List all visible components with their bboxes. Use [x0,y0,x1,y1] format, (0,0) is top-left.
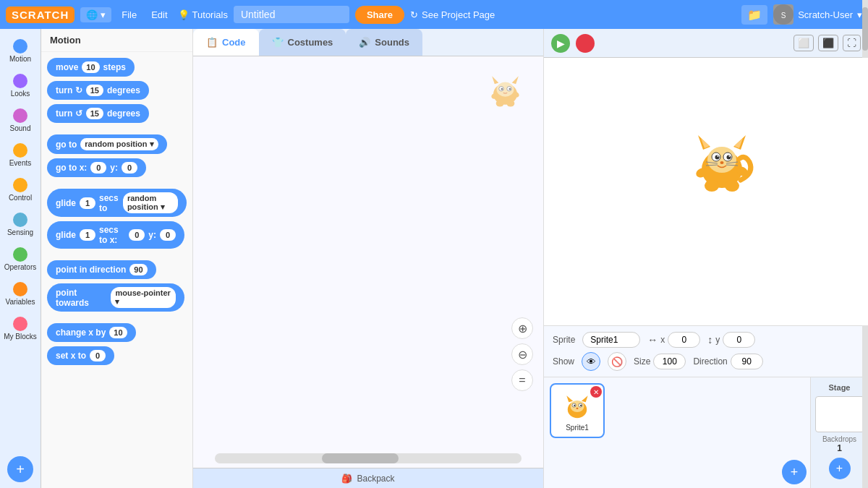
stage-large-button[interactable]: ⬛ [818,35,838,51]
sidebar-item-events[interactable]: Events [1,139,39,171]
language-button[interactable]: 🌐 ▾ [80,7,111,22]
goto-dropdown[interactable]: random position ▾ [80,138,158,150]
scratch-logo[interactable]: SCRATCH [6,7,75,23]
zoom-controls: ⊕ ⊖ = [511,317,533,391]
y-coord-group: ↕ y [707,332,755,348]
code-tab-label: Code [222,37,246,48]
motion-dot [13,39,27,53]
stage-small-button[interactable]: ⬜ [793,35,814,51]
sidebar-item-variables[interactable]: Variables [1,278,39,309]
stage-thumb-label: Stage [829,383,851,392]
sound-tab-icon: 🔊 [359,37,370,48]
svg-point-11 [506,100,514,106]
user-menu[interactable]: S Scratch-User ▾ [773,4,862,25]
sprite-info-panel: Sprite ↔ x ↕ y Show 👁 � [544,325,868,377]
block-glide-random[interactable]: glide 1 secs to random position ▾ [47,189,187,217]
myblocks-dot [13,317,27,331]
size-input[interactable] [653,354,686,369]
backdrops-count: 1 [837,443,842,453]
block-move[interactable]: move 10 steps [47,58,135,77]
sidebar-item-control[interactable]: Control [1,174,39,205]
add-sprite-button[interactable]: + [782,460,807,484]
sidebar-item-motion[interactable]: Motion [1,35,39,67]
sounds-tab-label: Sounds [375,37,409,48]
block-change-x[interactable]: change x by 10 [47,323,136,342]
y-input[interactable] [723,332,755,348]
stage-fullscreen-button[interactable]: ⛶ [843,35,861,51]
avatar: S [773,4,793,25]
block-point-towards[interactable]: point towards mouse-pointer ▾ [47,283,184,312]
block-goto[interactable]: go to random position ▾ [47,134,167,154]
size-label: Size [634,356,650,367]
operators-label: Operators [4,263,36,271]
sidebar-item-myblocks[interactable]: My Blocks [1,312,39,344]
see-project-button[interactable]: ↻ See Project Page [410,9,495,20]
block-point-direction[interactable]: point in direction 90 [47,260,156,279]
sprite-thumb-name: Sprite1 [566,424,589,432]
script-sprite-preview [485,71,522,107]
glide-dropdown[interactable]: random position ▾ [123,192,178,213]
tutorials-button[interactable]: 💡 Tutorials [178,9,228,20]
sidebar-item-operators[interactable]: Operators [1,243,39,275]
green-flag-button[interactable]: ▶ [551,34,570,53]
operators-dot [13,247,27,262]
stage-mini-preview[interactable] [815,396,864,432]
block-turn-ccw[interactable]: turn ↺ 15 degrees [47,104,149,123]
sidebar-item-sensing[interactable]: Sensing [1,208,39,240]
sensing-label: Sensing [7,228,33,236]
block-set-x[interactable]: set x to 0 [47,346,114,365]
direction-group: Direction [693,354,762,369]
zoom-fit-button[interactable]: = [511,369,533,391]
show-hidden-button[interactable]: 🚫 [608,352,626,371]
project-title-input[interactable] [234,6,349,23]
stage-sprite [686,122,758,197]
show-visible-button[interactable]: 👁 [582,352,600,371]
zoom-out-button[interactable]: ⊖ [511,343,533,365]
svg-point-8 [501,88,503,90]
backpack-label: Backpack [357,474,394,484]
direction-label: Direction [693,356,727,367]
tab-costumes[interactable]: 👕 Costumes [259,29,346,56]
script-canvas[interactable]: ⊕ ⊖ = [193,56,543,449]
direction-input[interactable] [731,354,763,369]
delete-sprite-button[interactable]: ✕ [590,386,602,398]
scroll-thumb [322,453,399,463]
share-button[interactable]: Share [355,6,404,24]
backdrops-label: Backdrops [822,435,856,443]
costume-tab-icon: 👕 [272,37,284,48]
looks-dot [13,74,27,88]
tab-code[interactable]: 📋 Code [193,29,259,56]
eye-open-icon: 👁 [587,356,596,367]
sprite-thumb-sprite1[interactable]: ✕ Sprite1 [550,383,605,438]
x-input[interactable] [668,332,700,348]
svg-point-26 [720,161,724,164]
sidebar-item-looks[interactable]: Looks [1,69,39,101]
block-goto-xy[interactable]: go to x: 0 y: 0 [47,158,146,177]
file-menu[interactable]: File [117,9,141,20]
sprite-name-input[interactable] [582,332,640,348]
tab-sounds[interactable]: 🔊 Sounds [346,29,422,56]
towards-dropdown[interactable]: mouse-pointer ▾ [111,287,176,308]
add-extension-button[interactable]: + [7,456,33,482]
control-label: Control [9,194,32,202]
stage-canvas[interactable] [544,58,868,325]
tabs-bar: 📋 Code 👕 Costumes 🔊 Sounds [193,29,543,56]
stage-small-icon: ⬜ [798,38,809,48]
eye-closed-icon: 🚫 [611,356,623,367]
edit-menu[interactable]: Edit [147,9,171,20]
refresh-icon: ↻ [410,9,418,20]
category-sidebar: Motion Looks Sound Events Control Sensin… [0,29,41,488]
zoom-fit-icon: = [519,374,525,387]
folder-button[interactable]: 📁 [741,5,767,25]
svg-point-24 [718,155,719,157]
svg-marker-4 [512,76,519,84]
zoom-in-button[interactable]: ⊕ [511,317,533,339]
backpack-bar[interactable]: 🎒 Backpack [193,468,543,488]
block-glide-xy[interactable]: glide 1 secs to x: 0 y: 0 [47,221,184,249]
sidebar-item-sound[interactable]: Sound [1,104,39,136]
block-turn-cw[interactable]: turn ↻ 15 degrees [47,81,149,100]
script-horizontal-scrollbar[interactable] [215,453,522,463]
stop-button[interactable] [576,34,595,53]
add-backdrop-button[interactable]: + [829,458,851,479]
sound-dot [13,108,27,123]
